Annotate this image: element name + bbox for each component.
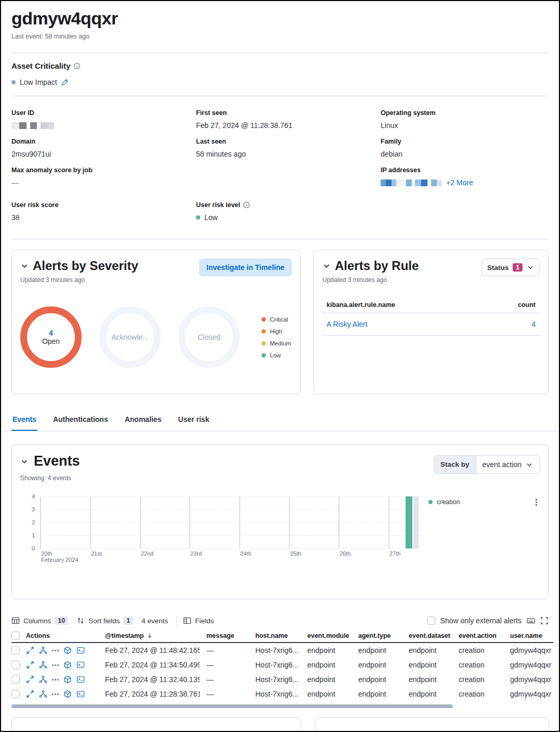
rule-name-link[interactable]: A Risky Alert bbox=[327, 320, 368, 328]
legend-dot-low bbox=[262, 353, 266, 357]
select-all-checkbox[interactable] bbox=[11, 632, 20, 640]
cell-user-name[interactable]: gdmyw4qqxr bbox=[510, 661, 553, 669]
columns-button[interactable]: Columns 10 bbox=[11, 617, 68, 625]
more-actions-icon[interactable] bbox=[52, 664, 59, 666]
x-tick: 20th bbox=[41, 550, 52, 557]
cell-agent-type: endpoint bbox=[358, 690, 409, 698]
fields-icon bbox=[183, 617, 191, 625]
cell-message: — bbox=[200, 661, 255, 669]
alerts-by-rule-panel: Alerts by Rule Updated 3 minutes ago Sta… bbox=[314, 250, 549, 394]
header-agent-type[interactable]: agent.type bbox=[358, 632, 409, 639]
row-checkbox[interactable] bbox=[11, 646, 20, 654]
status-count-badge: 1 bbox=[513, 263, 523, 272]
keyboard-icon[interactable] bbox=[527, 617, 535, 625]
alerts-panels-row: Alerts by Severity Updated 3 minutes ago… bbox=[1, 239, 559, 405]
terminal-icon[interactable] bbox=[76, 690, 85, 698]
cell-host-name[interactable]: Host-7xrig6... bbox=[255, 690, 307, 698]
fields-button[interactable]: Fields bbox=[183, 617, 214, 625]
session-view-icon[interactable] bbox=[63, 661, 72, 669]
fullscreen-icon[interactable] bbox=[540, 617, 549, 625]
cell-agent-type: endpoint bbox=[358, 646, 409, 654]
tab-anomalies[interactable]: Anomalies bbox=[124, 411, 163, 431]
legend-label-creation[interactable]: creation bbox=[437, 498, 460, 506]
chevron-down-icon[interactable] bbox=[20, 457, 29, 466]
events-table-toolbar: Columns 10 Sort fields 1 4 events Fields… bbox=[11, 616, 549, 625]
more-actions-icon[interactable] bbox=[52, 694, 59, 695]
expand-event-icon[interactable] bbox=[26, 690, 34, 698]
expand-event-icon[interactable] bbox=[26, 675, 34, 684]
open-count[interactable]: 4 bbox=[49, 329, 53, 337]
chevron-down-icon bbox=[526, 461, 533, 468]
redacted-ip-addresses bbox=[381, 179, 442, 186]
investigate-in-timeline-button[interactable]: Investigate in Timeline bbox=[199, 259, 292, 276]
header-user-name[interactable]: user.name bbox=[510, 632, 553, 639]
alerts-by-severity-panel: Alerts by Severity Updated 3 minutes ago… bbox=[11, 250, 301, 394]
chart-options-kebab-icon[interactable] bbox=[534, 497, 539, 507]
x-axis-month-label: February 2024 bbox=[41, 557, 79, 563]
row-checkbox[interactable] bbox=[11, 661, 20, 669]
analyze-event-icon[interactable] bbox=[39, 675, 47, 684]
terminal-icon[interactable] bbox=[76, 646, 85, 654]
severity-updated-text: Updated 3 minutes ago bbox=[20, 276, 138, 284]
tab-authentications[interactable]: Authentications bbox=[52, 411, 109, 431]
header-event-module[interactable]: event.module bbox=[307, 632, 358, 639]
analyze-event-icon[interactable] bbox=[39, 690, 47, 698]
stack-by-value: event.action bbox=[483, 460, 522, 469]
external-alerts-checkbox[interactable] bbox=[427, 617, 435, 625]
terminal-icon[interactable] bbox=[76, 675, 85, 684]
session-view-icon[interactable] bbox=[63, 690, 72, 698]
cell-event-action: creation bbox=[459, 646, 510, 654]
cell-host-name[interactable]: Host-7xrig6... bbox=[255, 661, 307, 669]
event-row: Feb 27, 2024 @ 11:48:42.165 — Host-7xrig… bbox=[11, 643, 553, 658]
expand-event-icon[interactable] bbox=[26, 661, 34, 669]
alerts-by-rule-title: Alerts by Rule bbox=[335, 259, 419, 273]
session-view-icon[interactable] bbox=[63, 675, 72, 684]
tab-events[interactable]: Events bbox=[11, 411, 37, 431]
cell-host-name[interactable]: Host-7xrig6... bbox=[255, 675, 307, 684]
donut-closed[interactable]: Closed bbox=[178, 306, 240, 368]
header-event-action[interactable]: event.action bbox=[459, 632, 510, 639]
header-message[interactable]: message bbox=[200, 632, 255, 639]
chevron-down-icon[interactable] bbox=[20, 262, 29, 270]
donut-open[interactable]: 4 Open bbox=[20, 306, 82, 368]
more-actions-icon[interactable] bbox=[52, 679, 59, 680]
header-host-name[interactable]: host.name bbox=[255, 632, 307, 639]
expand-event-icon[interactable] bbox=[26, 646, 34, 654]
terminal-icon[interactable] bbox=[76, 661, 85, 669]
x-tick: 23rd bbox=[190, 550, 202, 557]
more-actions-icon[interactable] bbox=[52, 650, 59, 651]
asset-criticality-value: Low Impact bbox=[20, 78, 57, 86]
info-icon[interactable] bbox=[73, 62, 81, 70]
chart-bar-creation[interactable] bbox=[406, 496, 412, 548]
stack-by-control[interactable]: Stack by event.action bbox=[434, 455, 540, 474]
row-checkbox[interactable] bbox=[11, 690, 20, 698]
cell-event-action: creation bbox=[459, 661, 510, 669]
x-tick: 25th bbox=[290, 550, 301, 557]
status-filter-button[interactable]: Status 1 bbox=[481, 259, 540, 276]
tab-user-risk[interactable]: User risk bbox=[177, 411, 211, 431]
chevron-down-icon[interactable] bbox=[322, 262, 331, 270]
donut-acknowledged[interactable]: Acknowle... bbox=[99, 306, 161, 368]
row-checkbox[interactable] bbox=[11, 675, 20, 684]
header-timestamp[interactable]: @timestamp bbox=[105, 632, 200, 639]
cell-timestamp: Feb 27, 2024 @ 11:48:42.165 bbox=[105, 646, 200, 654]
rule-row: A Risky Alert 4 bbox=[322, 313, 540, 336]
analyze-event-icon[interactable] bbox=[39, 661, 47, 669]
sort-fields-button[interactable]: Sort fields 1 bbox=[76, 617, 133, 625]
last-event-text: Last event: 58 minutes ago bbox=[11, 33, 549, 40]
criticality-dot bbox=[11, 80, 16, 84]
cell-user-name[interactable]: gdmyw4qqxr bbox=[510, 675, 553, 684]
x-tick: 24th bbox=[240, 550, 251, 557]
edit-pencil-icon[interactable] bbox=[61, 79, 69, 86]
info-icon[interactable] bbox=[243, 201, 250, 209]
header-event-dataset[interactable]: event.dataset bbox=[409, 632, 459, 639]
cell-host-name[interactable]: Host-7xrig6... bbox=[255, 646, 307, 654]
cell-event-module: endpoint bbox=[307, 675, 358, 684]
session-view-icon[interactable] bbox=[63, 646, 72, 654]
cell-user-name[interactable]: gdmyw4qqxr bbox=[510, 690, 553, 698]
rule-count-link[interactable]: 4 bbox=[531, 320, 536, 328]
cell-user-name[interactable]: gdmyw4qqxr bbox=[510, 646, 553, 654]
horizontal-scrollbar[interactable] bbox=[11, 704, 453, 708]
analyze-event-icon[interactable] bbox=[39, 646, 47, 654]
ip-more-link[interactable]: +2 More bbox=[446, 178, 473, 187]
